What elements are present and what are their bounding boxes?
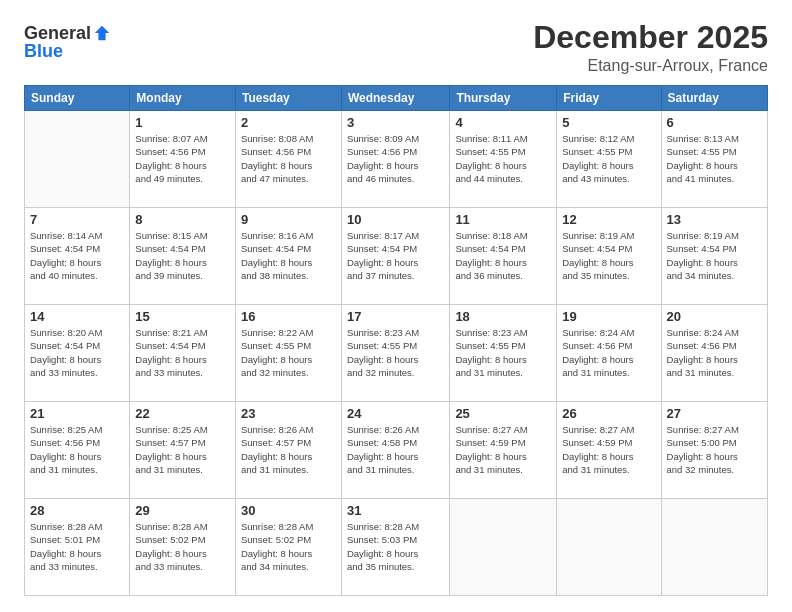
calendar-cell: 21Sunrise: 8:25 AM Sunset: 4:56 PM Dayli… <box>25 402 130 499</box>
day-info: Sunrise: 8:09 AM Sunset: 4:56 PM Dayligh… <box>347 132 444 185</box>
day-number: 29 <box>135 503 230 518</box>
col-header-friday: Friday <box>557 86 661 111</box>
day-info: Sunrise: 8:25 AM Sunset: 4:56 PM Dayligh… <box>30 423 124 476</box>
day-number: 17 <box>347 309 444 324</box>
calendar-cell: 6Sunrise: 8:13 AM Sunset: 4:55 PM Daylig… <box>661 111 767 208</box>
calendar-cell: 18Sunrise: 8:23 AM Sunset: 4:55 PM Dayli… <box>450 305 557 402</box>
calendar-cell: 26Sunrise: 8:27 AM Sunset: 4:59 PM Dayli… <box>557 402 661 499</box>
day-info: Sunrise: 8:18 AM Sunset: 4:54 PM Dayligh… <box>455 229 551 282</box>
day-number: 12 <box>562 212 655 227</box>
calendar-cell: 14Sunrise: 8:20 AM Sunset: 4:54 PM Dayli… <box>25 305 130 402</box>
day-info: Sunrise: 8:07 AM Sunset: 4:56 PM Dayligh… <box>135 132 230 185</box>
header: General Blue December 2025 Etang-sur-Arr… <box>24 20 768 75</box>
calendar-cell <box>25 111 130 208</box>
day-number: 5 <box>562 115 655 130</box>
day-info: Sunrise: 8:13 AM Sunset: 4:55 PM Dayligh… <box>667 132 762 185</box>
day-number: 19 <box>562 309 655 324</box>
title-block: December 2025 Etang-sur-Arroux, France <box>533 20 768 75</box>
day-info: Sunrise: 8:26 AM Sunset: 4:57 PM Dayligh… <box>241 423 336 476</box>
calendar-cell: 28Sunrise: 8:28 AM Sunset: 5:01 PM Dayli… <box>25 499 130 596</box>
day-info: Sunrise: 8:28 AM Sunset: 5:01 PM Dayligh… <box>30 520 124 573</box>
day-info: Sunrise: 8:14 AM Sunset: 4:54 PM Dayligh… <box>30 229 124 282</box>
calendar-cell: 27Sunrise: 8:27 AM Sunset: 5:00 PM Dayli… <box>661 402 767 499</box>
svg-marker-0 <box>95 26 109 40</box>
day-number: 27 <box>667 406 762 421</box>
day-number: 28 <box>30 503 124 518</box>
calendar-cell: 12Sunrise: 8:19 AM Sunset: 4:54 PM Dayli… <box>557 208 661 305</box>
calendar-week-1: 1Sunrise: 8:07 AM Sunset: 4:56 PM Daylig… <box>25 111 768 208</box>
day-info: Sunrise: 8:19 AM Sunset: 4:54 PM Dayligh… <box>667 229 762 282</box>
day-info: Sunrise: 8:22 AM Sunset: 4:55 PM Dayligh… <box>241 326 336 379</box>
day-info: Sunrise: 8:26 AM Sunset: 4:58 PM Dayligh… <box>347 423 444 476</box>
day-number: 15 <box>135 309 230 324</box>
day-number: 26 <box>562 406 655 421</box>
calendar-cell: 22Sunrise: 8:25 AM Sunset: 4:57 PM Dayli… <box>130 402 236 499</box>
day-number: 23 <box>241 406 336 421</box>
calendar-cell: 29Sunrise: 8:28 AM Sunset: 5:02 PM Dayli… <box>130 499 236 596</box>
day-info: Sunrise: 8:21 AM Sunset: 4:54 PM Dayligh… <box>135 326 230 379</box>
day-info: Sunrise: 8:24 AM Sunset: 4:56 PM Dayligh… <box>562 326 655 379</box>
calendar-cell: 5Sunrise: 8:12 AM Sunset: 4:55 PM Daylig… <box>557 111 661 208</box>
day-info: Sunrise: 8:08 AM Sunset: 4:56 PM Dayligh… <box>241 132 336 185</box>
calendar-cell: 31Sunrise: 8:28 AM Sunset: 5:03 PM Dayli… <box>341 499 449 596</box>
col-header-thursday: Thursday <box>450 86 557 111</box>
calendar-header-row: SundayMondayTuesdayWednesdayThursdayFrid… <box>25 86 768 111</box>
day-number: 14 <box>30 309 124 324</box>
calendar-cell <box>661 499 767 596</box>
calendar-cell: 2Sunrise: 8:08 AM Sunset: 4:56 PM Daylig… <box>235 111 341 208</box>
calendar-week-5: 28Sunrise: 8:28 AM Sunset: 5:01 PM Dayli… <box>25 499 768 596</box>
calendar-cell: 9Sunrise: 8:16 AM Sunset: 4:54 PM Daylig… <box>235 208 341 305</box>
day-info: Sunrise: 8:25 AM Sunset: 4:57 PM Dayligh… <box>135 423 230 476</box>
day-number: 22 <box>135 406 230 421</box>
calendar-cell: 10Sunrise: 8:17 AM Sunset: 4:54 PM Dayli… <box>341 208 449 305</box>
day-info: Sunrise: 8:27 AM Sunset: 5:00 PM Dayligh… <box>667 423 762 476</box>
day-number: 2 <box>241 115 336 130</box>
day-info: Sunrise: 8:27 AM Sunset: 4:59 PM Dayligh… <box>455 423 551 476</box>
day-info: Sunrise: 8:23 AM Sunset: 4:55 PM Dayligh… <box>455 326 551 379</box>
calendar-cell: 17Sunrise: 8:23 AM Sunset: 4:55 PM Dayli… <box>341 305 449 402</box>
day-number: 11 <box>455 212 551 227</box>
calendar-cell: 30Sunrise: 8:28 AM Sunset: 5:02 PM Dayli… <box>235 499 341 596</box>
day-number: 24 <box>347 406 444 421</box>
logo-icon <box>93 24 111 42</box>
day-info: Sunrise: 8:27 AM Sunset: 4:59 PM Dayligh… <box>562 423 655 476</box>
day-number: 9 <box>241 212 336 227</box>
calendar-cell: 15Sunrise: 8:21 AM Sunset: 4:54 PM Dayli… <box>130 305 236 402</box>
logo-blue: Blue <box>24 42 111 62</box>
day-info: Sunrise: 8:17 AM Sunset: 4:54 PM Dayligh… <box>347 229 444 282</box>
calendar-cell: 7Sunrise: 8:14 AM Sunset: 4:54 PM Daylig… <box>25 208 130 305</box>
calendar-week-2: 7Sunrise: 8:14 AM Sunset: 4:54 PM Daylig… <box>25 208 768 305</box>
day-number: 6 <box>667 115 762 130</box>
day-number: 25 <box>455 406 551 421</box>
day-info: Sunrise: 8:20 AM Sunset: 4:54 PM Dayligh… <box>30 326 124 379</box>
calendar-cell: 23Sunrise: 8:26 AM Sunset: 4:57 PM Dayli… <box>235 402 341 499</box>
day-number: 7 <box>30 212 124 227</box>
day-number: 20 <box>667 309 762 324</box>
day-number: 1 <box>135 115 230 130</box>
day-info: Sunrise: 8:28 AM Sunset: 5:02 PM Dayligh… <box>241 520 336 573</box>
calendar-cell: 4Sunrise: 8:11 AM Sunset: 4:55 PM Daylig… <box>450 111 557 208</box>
day-info: Sunrise: 8:15 AM Sunset: 4:54 PM Dayligh… <box>135 229 230 282</box>
calendar-cell: 24Sunrise: 8:26 AM Sunset: 4:58 PM Dayli… <box>341 402 449 499</box>
day-info: Sunrise: 8:11 AM Sunset: 4:55 PM Dayligh… <box>455 132 551 185</box>
calendar-cell <box>557 499 661 596</box>
month-title: December 2025 <box>533 20 768 55</box>
calendar-cell: 16Sunrise: 8:22 AM Sunset: 4:55 PM Dayli… <box>235 305 341 402</box>
day-number: 8 <box>135 212 230 227</box>
location-title: Etang-sur-Arroux, France <box>533 57 768 75</box>
day-number: 30 <box>241 503 336 518</box>
calendar: SundayMondayTuesdayWednesdayThursdayFrid… <box>24 85 768 596</box>
calendar-cell: 8Sunrise: 8:15 AM Sunset: 4:54 PM Daylig… <box>130 208 236 305</box>
calendar-cell: 20Sunrise: 8:24 AM Sunset: 4:56 PM Dayli… <box>661 305 767 402</box>
calendar-cell: 19Sunrise: 8:24 AM Sunset: 4:56 PM Dayli… <box>557 305 661 402</box>
col-header-monday: Monday <box>130 86 236 111</box>
page: General Blue December 2025 Etang-sur-Arr… <box>0 0 792 612</box>
day-info: Sunrise: 8:28 AM Sunset: 5:02 PM Dayligh… <box>135 520 230 573</box>
logo: General Blue <box>24 24 111 62</box>
day-number: 4 <box>455 115 551 130</box>
day-info: Sunrise: 8:12 AM Sunset: 4:55 PM Dayligh… <box>562 132 655 185</box>
day-info: Sunrise: 8:19 AM Sunset: 4:54 PM Dayligh… <box>562 229 655 282</box>
day-number: 10 <box>347 212 444 227</box>
day-info: Sunrise: 8:28 AM Sunset: 5:03 PM Dayligh… <box>347 520 444 573</box>
calendar-cell: 25Sunrise: 8:27 AM Sunset: 4:59 PM Dayli… <box>450 402 557 499</box>
